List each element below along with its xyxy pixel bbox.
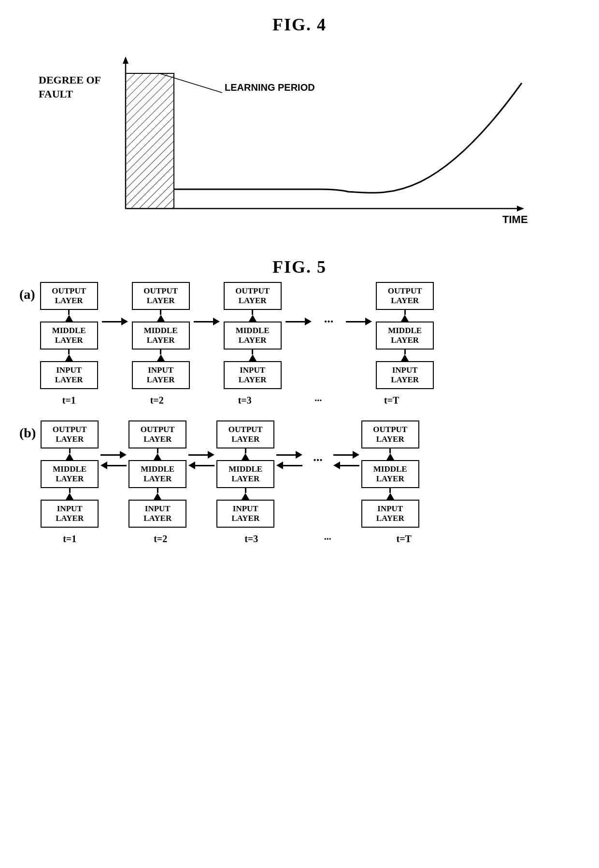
- fig5-a-block-t2: OUTPUTLAYER MIDDLELAYER INPUTLAYER: [132, 282, 190, 389]
- bidir-arrow-forward-2: [188, 451, 214, 459]
- svg-text:LEARNING PERIOD: LEARNING PERIOD: [225, 82, 315, 93]
- arrow-up-icon: [401, 315, 409, 322]
- arrow-up-icon: [154, 493, 161, 500]
- fig5-a-tT-output: OUTPUTLAYER: [376, 282, 434, 310]
- fig5-a-time-t3: t=3: [216, 395, 274, 406]
- arrow-up-icon: [401, 354, 409, 361]
- arrow-up-icon: [157, 354, 165, 361]
- fig5-b-t1-middle: MIDDLELAYER: [41, 460, 99, 488]
- fig5-a-block-tT: OUTPUTLAYER MIDDLELAYER INPUTLAYER: [376, 282, 434, 389]
- fig5-b-t3-middle: MIDDLELAYER: [216, 460, 274, 488]
- fig5-a-time-t1: t=1: [40, 395, 98, 406]
- arrow-stem: [160, 310, 161, 315]
- arrow-stem: [252, 350, 253, 354]
- fig5-a-t1-middle: MIDDLELAYER: [40, 322, 98, 350]
- fig5-a-time-dots: ···: [304, 395, 333, 406]
- fig5-a-t3-input: INPUTLAYER: [224, 361, 282, 389]
- arrow-up-icon: [386, 493, 394, 500]
- arrow-up-icon: [154, 453, 161, 460]
- arrow-stem: [68, 310, 70, 315]
- fig5-section-a-label: (a): [19, 287, 35, 302]
- fig5-a-time-tT: t=T: [363, 395, 421, 406]
- fig5-a-dots: ···: [315, 314, 342, 329]
- fig5-a-time-t2: t=2: [128, 395, 186, 406]
- fig5-b-t2-output: OUTPUTLAYER: [128, 420, 186, 448]
- fig4-chart-container: DEGREE OF FAULT LEARNING PE: [34, 44, 565, 247]
- fig5-a-tT-middle: MIDDLELAYER: [376, 322, 434, 350]
- arrow-stem: [157, 448, 158, 453]
- arrow-stem: [245, 448, 246, 453]
- arrow-stem: [245, 488, 246, 493]
- fig5-b-time-t2: t=2: [131, 533, 189, 545]
- fig5-b-time-dots: ···: [313, 533, 342, 545]
- bidir-arrow-backward-3: [276, 462, 302, 469]
- bidir-arrow-forward-4: [333, 451, 359, 459]
- arrow-up-icon: [386, 453, 394, 460]
- svg-rect-5: [126, 73, 174, 209]
- fig5-a-t2-output: OUTPUTLAYER: [132, 282, 190, 310]
- bidir-arrow-backward-1: [100, 462, 127, 469]
- fig5-a-arrow-4: [342, 318, 376, 325]
- arrow-up-icon: [66, 453, 73, 460]
- fig5-a-network-row: OUTPUTLAYER MIDDLELAYER INPUTLAYER: [40, 282, 434, 406]
- fig5-a-arrow-3: [282, 318, 315, 325]
- fig5-b-t2-middle: MIDDLELAYER: [128, 460, 186, 488]
- fig5-b-tT-input: INPUTLAYER: [361, 500, 419, 528]
- fig5-a-block-t1: OUTPUTLAYER MIDDLELAYER INPUTLAYER: [40, 282, 98, 389]
- arrow-stem: [252, 310, 253, 315]
- arrow-stem: [404, 350, 406, 354]
- svg-text:TIME: TIME: [502, 213, 528, 225]
- fig5-section-b: (b) OUTPUTLAYER MIDDLELAYER: [19, 420, 580, 545]
- arrow-stem: [157, 488, 158, 493]
- fig4-ylabel: DEGREE OF FAULT: [39, 73, 101, 101]
- arrow-up-icon: [65, 315, 73, 322]
- arrow-stem: [69, 448, 71, 453]
- arrow-stem: [160, 350, 161, 354]
- fig5-b-block-t1: OUTPUTLAYER MIDDLELAYER INPUTLAYER: [41, 420, 99, 528]
- bidir-arrow-forward-1: [100, 451, 127, 459]
- arrow-up-icon: [65, 354, 73, 361]
- arrow-up-icon: [249, 354, 257, 361]
- fig5-b-time-t1: t=1: [41, 533, 99, 545]
- fig5-b-t3-input: INPUTLAYER: [216, 500, 274, 528]
- arrow-up-icon: [249, 315, 257, 322]
- fig5-b-t1-output: OUTPUTLAYER: [41, 420, 99, 448]
- svg-marker-3: [517, 206, 524, 211]
- fig5-a-t1-output: OUTPUTLAYER: [40, 282, 98, 310]
- fig5-a-t3-output: OUTPUTLAYER: [224, 282, 282, 310]
- fig5-a-blocks-row: OUTPUTLAYER MIDDLELAYER INPUTLAYER: [40, 282, 434, 389]
- fig5-section-a: (a) OUTPUTLAYER MIDDLELAYER INPUTLAYER: [19, 282, 580, 406]
- arrow-up-icon: [242, 493, 249, 500]
- fig4-svg-container: LEARNING PERIOD TIME: [97, 54, 531, 233]
- fig5-b-block-t3: OUTPUTLAYER MIDDLELAYER INPUTLAYER: [216, 420, 274, 528]
- arrow-stem: [69, 488, 71, 493]
- fig5-b-dots: ···: [304, 453, 331, 467]
- fig5-b-block-t2: OUTPUTLAYER MIDDLELAYER INPUTLAYER: [128, 420, 186, 528]
- fig5-section-b-label: (b): [19, 425, 36, 441]
- fig5-a-t1-input: INPUTLAYER: [40, 361, 98, 389]
- fig5-b-t1-input: INPUTLAYER: [41, 500, 99, 528]
- bidir-arrow-backward-2: [188, 462, 214, 469]
- fig5-a-t2-middle: MIDDLELAYER: [132, 322, 190, 350]
- arrow-stem: [389, 488, 391, 493]
- fig5-b-time-t3: t=3: [222, 533, 280, 545]
- fig5-b-blocks-row: OUTPUTLAYER MIDDLELAYER INPUTLAYER: [41, 420, 433, 528]
- fig5-a-arrow-2: [190, 318, 224, 325]
- arrow-up-icon: [242, 453, 249, 460]
- fig5-b-t2-input: INPUTLAYER: [128, 500, 186, 528]
- fig5-title: FIG. 5: [0, 247, 599, 277]
- fig5-b-network-area: OUTPUTLAYER MIDDLELAYER INPUTLAYER: [41, 420, 433, 545]
- arrow-stem: [68, 350, 70, 354]
- fig5-a-t3-middle: MIDDLELAYER: [224, 322, 282, 350]
- fig5-b-block-tT: OUTPUTLAYER MIDDLELAYER INPUTLAYER: [361, 420, 419, 528]
- arrow-up-icon: [66, 493, 73, 500]
- arrow-stem: [404, 310, 406, 315]
- bidir-arrow-backward-4: [333, 462, 359, 469]
- fig5-b-t3-output: OUTPUTLAYER: [216, 420, 274, 448]
- fig5-a-tT-input: INPUTLAYER: [376, 361, 434, 389]
- fig5-a-block-t3: OUTPUTLAYER MIDDLELAYER INPUTLAYER: [224, 282, 282, 389]
- arrow-up-icon: [157, 315, 165, 322]
- fig5-b-tT-output: OUTPUTLAYER: [361, 420, 419, 448]
- bidir-arrow-forward-3: [276, 451, 302, 459]
- svg-marker-1: [123, 56, 128, 64]
